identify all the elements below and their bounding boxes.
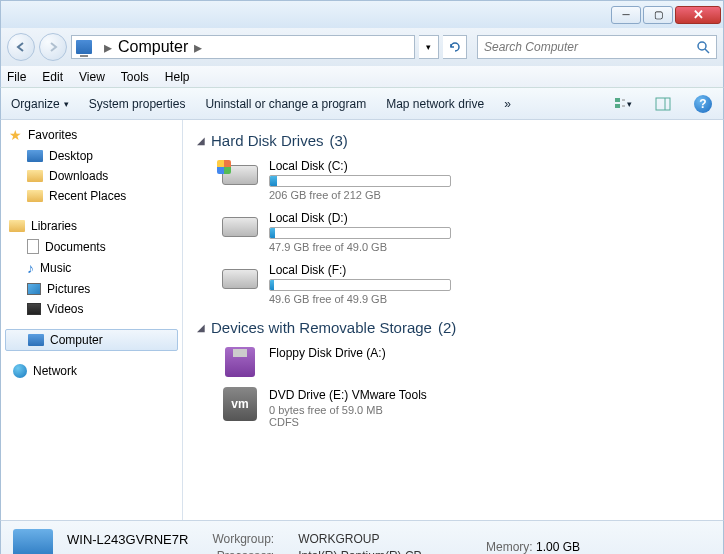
menu-help[interactable]: Help bbox=[165, 70, 190, 84]
navigation-bar: ▸ Computer ▸ ▾ Search Computer bbox=[0, 28, 724, 66]
breadcrumb-separator-icon[interactable]: ▸ bbox=[188, 38, 208, 57]
search-icon bbox=[696, 40, 710, 54]
workgroup-value: WORKGROUP bbox=[298, 532, 430, 546]
sidebar-item-recent[interactable]: Recent Places bbox=[1, 186, 182, 206]
svg-rect-2 bbox=[615, 98, 620, 102]
drive-filesystem: CDFS bbox=[269, 416, 451, 428]
libraries-icon bbox=[9, 220, 25, 232]
maximize-button[interactable]: ▢ bbox=[643, 6, 673, 24]
search-input[interactable]: Search Computer bbox=[477, 35, 717, 59]
refresh-button[interactable] bbox=[443, 35, 467, 59]
dvd-icon: vm bbox=[223, 387, 257, 421]
svg-line-1 bbox=[705, 49, 709, 53]
content-pane: ◢ Hard Disk Drives (3) Local Disk (C:) 2… bbox=[183, 120, 723, 520]
sidebar-item-videos[interactable]: Videos bbox=[1, 299, 182, 319]
drive-label: Floppy Disk Drive (A:) bbox=[269, 346, 451, 360]
computer-icon bbox=[28, 334, 44, 346]
capacity-bar bbox=[269, 175, 451, 187]
drive-free-text: 49.6 GB free of 49.9 GB bbox=[269, 293, 451, 305]
recent-icon bbox=[27, 190, 43, 202]
organize-button[interactable]: Organize ▾ bbox=[11, 97, 69, 111]
arrow-right-icon bbox=[47, 41, 59, 53]
address-dropdown[interactable]: ▾ bbox=[419, 35, 439, 59]
drive-d[interactable]: Local Disk (D:) 47.9 GB free of 49.0 GB bbox=[221, 211, 451, 253]
sidebar-item-documents[interactable]: Documents bbox=[1, 236, 182, 257]
address-bar[interactable]: ▸ Computer ▸ bbox=[71, 35, 415, 59]
collapse-icon: ◢ bbox=[197, 322, 205, 333]
sidebar-libraries[interactable]: Libraries bbox=[1, 216, 182, 236]
menu-edit[interactable]: Edit bbox=[42, 70, 63, 84]
drive-e[interactable]: vm DVD Drive (E:) VMware Tools 0 bytes f… bbox=[221, 388, 451, 428]
computer-large-icon bbox=[13, 529, 55, 554]
details-pane: WIN-L243GVRNE7R Workgroup: WORKGROUP Pro… bbox=[0, 520, 724, 554]
star-icon: ★ bbox=[9, 127, 22, 143]
view-icon bbox=[614, 97, 625, 111]
hdd-icon bbox=[222, 165, 258, 185]
map-network-drive-button[interactable]: Map network drive bbox=[386, 97, 484, 111]
section-hard-disk-drives[interactable]: ◢ Hard Disk Drives (3) bbox=[197, 132, 709, 149]
sidebar-item-desktop[interactable]: Desktop bbox=[1, 146, 182, 166]
arrow-left-icon bbox=[15, 41, 27, 53]
sidebar-item-music[interactable]: ♪Music bbox=[1, 257, 182, 279]
minimize-button[interactable]: ─ bbox=[611, 6, 641, 24]
floppy-icon bbox=[225, 347, 255, 377]
music-icon: ♪ bbox=[27, 260, 34, 276]
drive-f[interactable]: Local Disk (F:) 49.6 GB free of 49.9 GB bbox=[221, 263, 451, 305]
refresh-icon bbox=[448, 40, 462, 54]
hdd-icon bbox=[222, 217, 258, 237]
drive-label: DVD Drive (E:) VMware Tools bbox=[269, 388, 451, 402]
svg-rect-6 bbox=[656, 98, 670, 110]
sidebar-item-pictures[interactable]: Pictures bbox=[1, 279, 182, 299]
menu-file[interactable]: File bbox=[7, 70, 26, 84]
close-button[interactable]: ✕ bbox=[675, 6, 721, 24]
svg-rect-3 bbox=[615, 104, 620, 108]
menu-bar: File Edit View Tools Help bbox=[0, 66, 724, 88]
collapse-icon: ◢ bbox=[197, 135, 205, 146]
drive-free-text: 206 GB free of 212 GB bbox=[269, 189, 451, 201]
drive-label: Local Disk (D:) bbox=[269, 211, 451, 225]
sidebar-item-downloads[interactable]: Downloads bbox=[1, 166, 182, 186]
uninstall-program-button[interactable]: Uninstall or change a program bbox=[205, 97, 366, 111]
breadcrumb-separator-icon: ▸ bbox=[98, 38, 118, 57]
help-icon: ? bbox=[694, 95, 712, 113]
sidebar-item-computer[interactable]: Computer bbox=[5, 329, 178, 351]
view-options-button[interactable]: ▾ bbox=[613, 94, 633, 114]
window-titlebar: ─ ▢ ✕ bbox=[0, 0, 724, 28]
breadcrumb-location[interactable]: Computer bbox=[118, 38, 188, 56]
capacity-bar bbox=[269, 279, 451, 291]
main-area: ★Favorites Desktop Downloads Recent Plac… bbox=[0, 120, 724, 520]
forward-button[interactable] bbox=[39, 33, 67, 61]
memory-label: Memory: bbox=[486, 540, 533, 554]
preview-pane-icon bbox=[655, 97, 671, 111]
drive-c[interactable]: Local Disk (C:) 206 GB free of 212 GB bbox=[221, 159, 451, 201]
command-bar: Organize ▾ System properties Uninstall o… bbox=[0, 88, 724, 120]
menu-tools[interactable]: Tools bbox=[121, 70, 149, 84]
sidebar-favorites[interactable]: ★Favorites bbox=[1, 124, 182, 146]
preview-pane-button[interactable] bbox=[653, 94, 673, 114]
drive-label: Local Disk (F:) bbox=[269, 263, 451, 277]
help-button[interactable]: ? bbox=[693, 94, 713, 114]
search-placeholder: Search Computer bbox=[484, 40, 578, 54]
computer-name: WIN-L243GVRNE7R bbox=[67, 532, 188, 547]
section-removable-storage[interactable]: ◢ Devices with Removable Storage (2) bbox=[197, 319, 709, 336]
desktop-icon bbox=[27, 150, 43, 162]
pictures-icon bbox=[27, 283, 41, 295]
workgroup-label: Workgroup: bbox=[212, 532, 274, 546]
menu-view[interactable]: View bbox=[79, 70, 105, 84]
back-button[interactable] bbox=[7, 33, 35, 61]
drive-free-text: 47.9 GB free of 49.0 GB bbox=[269, 241, 451, 253]
processor-label: Processor: bbox=[212, 549, 274, 555]
system-properties-button[interactable]: System properties bbox=[89, 97, 186, 111]
processor-value: Intel(R) Pentium(R) CP... bbox=[298, 549, 430, 555]
hdd-icon bbox=[222, 269, 258, 289]
drive-a[interactable]: Floppy Disk Drive (A:) bbox=[221, 346, 451, 378]
drive-label: Local Disk (C:) bbox=[269, 159, 451, 173]
network-icon bbox=[13, 364, 27, 378]
capacity-bar bbox=[269, 227, 451, 239]
sidebar-item-network[interactable]: Network bbox=[1, 361, 182, 381]
svg-point-0 bbox=[698, 42, 706, 50]
navigation-pane: ★Favorites Desktop Downloads Recent Plac… bbox=[1, 120, 183, 520]
overflow-button[interactable]: » bbox=[504, 97, 511, 111]
videos-icon bbox=[27, 303, 41, 315]
folder-icon bbox=[27, 170, 43, 182]
